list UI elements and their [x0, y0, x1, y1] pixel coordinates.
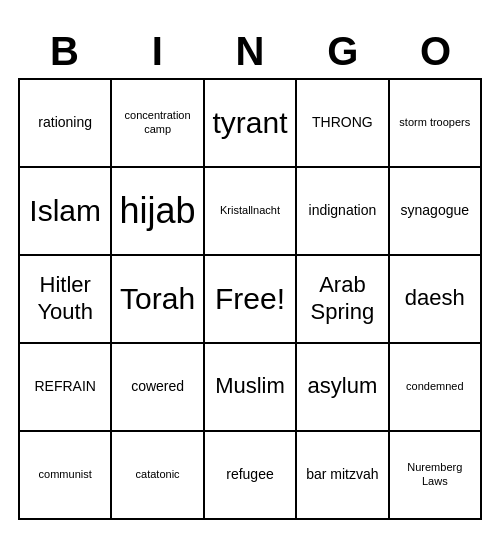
cell-label: cowered: [131, 378, 184, 395]
cell-label: Arab Spring: [301, 272, 383, 325]
bingo-header: BINGO: [18, 25, 482, 78]
cell-r4-c4: Nuremberg Laws: [390, 432, 482, 520]
cell-label: catatonic: [136, 468, 180, 481]
cell-r2-c3: Arab Spring: [297, 256, 389, 344]
cell-label: Torah: [120, 281, 195, 317]
cell-r1-c2: Kristallnacht: [205, 168, 297, 256]
bingo-card: BINGO rationingconcentration camptyrantT…: [10, 17, 490, 528]
cell-label: concentration camp: [116, 109, 198, 135]
cell-label: Nuremberg Laws: [394, 461, 476, 487]
cell-r3-c0: REFRAIN: [20, 344, 112, 432]
cell-label: communist: [39, 468, 92, 481]
cell-label: Free!: [215, 281, 285, 317]
cell-label: storm troopers: [399, 116, 470, 129]
cell-r4-c3: bar mitzvah: [297, 432, 389, 520]
cell-r0-c1: concentration camp: [112, 80, 204, 168]
header-letter: O: [389, 25, 482, 78]
cell-r2-c2: Free!: [205, 256, 297, 344]
cell-label: REFRAIN: [34, 378, 95, 395]
bingo-grid: rationingconcentration camptyrantTHRONGs…: [18, 78, 482, 520]
cell-label: tyrant: [212, 105, 287, 141]
cell-r3-c3: asylum: [297, 344, 389, 432]
cell-r0-c2: tyrant: [205, 80, 297, 168]
cell-r4-c0: communist: [20, 432, 112, 520]
cell-r1-c3: indignation: [297, 168, 389, 256]
cell-label: indignation: [309, 202, 377, 219]
cell-r2-c4: daesh: [390, 256, 482, 344]
header-letter: B: [18, 25, 111, 78]
cell-label: rationing: [38, 114, 92, 131]
cell-r0-c0: rationing: [20, 80, 112, 168]
cell-label: daesh: [405, 285, 465, 311]
cell-r1-c4: synagogue: [390, 168, 482, 256]
cell-label: Hitler Youth: [24, 272, 106, 325]
cell-label: Muslim: [215, 373, 285, 399]
cell-r0-c3: THRONG: [297, 80, 389, 168]
cell-r3-c4: condemned: [390, 344, 482, 432]
header-letter: N: [204, 25, 297, 78]
cell-r1-c0: Islam: [20, 168, 112, 256]
cell-r3-c1: cowered: [112, 344, 204, 432]
cell-label: hijab: [120, 189, 196, 232]
cell-label: condemned: [406, 380, 464, 393]
header-letter: G: [296, 25, 389, 78]
cell-r2-c0: Hitler Youth: [20, 256, 112, 344]
cell-r0-c4: storm troopers: [390, 80, 482, 168]
cell-label: THRONG: [312, 114, 373, 131]
cell-r1-c1: hijab: [112, 168, 204, 256]
cell-label: bar mitzvah: [306, 466, 378, 483]
cell-label: asylum: [308, 373, 378, 399]
header-letter: I: [111, 25, 204, 78]
cell-label: refugee: [226, 466, 273, 483]
cell-r2-c1: Torah: [112, 256, 204, 344]
cell-label: synagogue: [401, 202, 470, 219]
cell-label: Kristallnacht: [220, 204, 280, 217]
cell-r4-c2: refugee: [205, 432, 297, 520]
cell-label: Islam: [29, 193, 101, 229]
cell-r3-c2: Muslim: [205, 344, 297, 432]
cell-r4-c1: catatonic: [112, 432, 204, 520]
